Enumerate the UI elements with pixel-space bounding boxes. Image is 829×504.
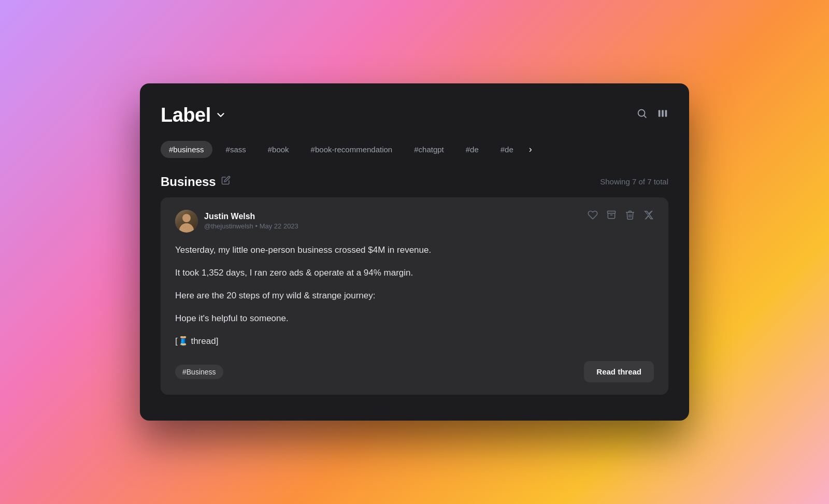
tweet-tag-badge[interactable]: #Business [175, 365, 223, 379]
tweet-author: Justin Welsh @thejustinwelsh • May 22 20… [175, 210, 298, 233]
separator: • [255, 222, 259, 230]
tweet-content: Yesterday, my little one-person business… [175, 243, 654, 349]
section-header: Business Showing 7 of 7 total [161, 175, 668, 189]
tweet-card: Justin Welsh @thejustinwelsh • May 22 20… [161, 197, 668, 395]
edit-icon[interactable] [221, 176, 231, 188]
tag-book[interactable]: #book [260, 141, 297, 158]
read-thread-button[interactable]: Read thread [584, 361, 654, 382]
author-name: Justin Welsh [204, 212, 298, 221]
tag-business[interactable]: #business [161, 141, 212, 158]
columns-icon[interactable] [657, 108, 668, 122]
tweet-header: Justin Welsh @thejustinwelsh • May 22 20… [175, 210, 654, 233]
header: Label [161, 104, 668, 126]
author-info: Justin Welsh @thejustinwelsh • May 22 20… [204, 212, 298, 230]
tweet-line-2: It took 1,352 days, I ran zero ads & ope… [175, 266, 654, 280]
title-dropdown-icon[interactable] [215, 109, 226, 121]
section-count: Showing 7 of 7 total [600, 177, 668, 186]
header-actions [636, 108, 668, 122]
tweet-line-5: [🧵 thread] [175, 334, 654, 349]
search-icon[interactable] [636, 108, 648, 122]
tags-row: #business #sass #book #book-recommendati… [161, 141, 668, 158]
section-title-group: Business [161, 175, 231, 189]
tag-de[interactable]: #de [458, 141, 487, 158]
archive-icon[interactable] [606, 210, 617, 220]
header-left: Label [161, 104, 226, 126]
app-window: Label #bu [140, 83, 689, 421]
bookmark-icon[interactable] [588, 210, 598, 220]
tweet-date: May 22 2023 [260, 222, 298, 230]
delete-icon[interactable] [625, 210, 635, 220]
svg-rect-4 [608, 211, 616, 213]
tag-de2[interactable]: #de [492, 141, 522, 158]
app-title: Label [161, 104, 211, 126]
tweet-line-4: Hope it's helpful to someone. [175, 311, 654, 326]
svg-rect-3 [665, 110, 667, 117]
tags-next-icon[interactable]: › [529, 144, 532, 155]
svg-rect-1 [659, 110, 661, 117]
tag-chatgpt[interactable]: #chatgpt [406, 141, 452, 158]
tag-book-recommendation[interactable]: #book-recommendation [303, 141, 401, 158]
avatar [175, 210, 198, 233]
author-handle-date: @thejustinwelsh • May 22 2023 [204, 222, 298, 230]
tag-sass[interactable]: #sass [218, 141, 254, 158]
twitter-icon[interactable] [644, 210, 654, 220]
author-handle: @thejustinwelsh [204, 222, 253, 230]
tweet-line-3: Here are the 20 steps of my wild & stran… [175, 289, 654, 303]
tweet-line-1: Yesterday, my little one-person business… [175, 243, 654, 257]
section-title: Business [161, 175, 216, 189]
tweet-footer: #Business Read thread [175, 361, 654, 382]
svg-rect-2 [662, 110, 664, 117]
tweet-actions [588, 210, 654, 220]
